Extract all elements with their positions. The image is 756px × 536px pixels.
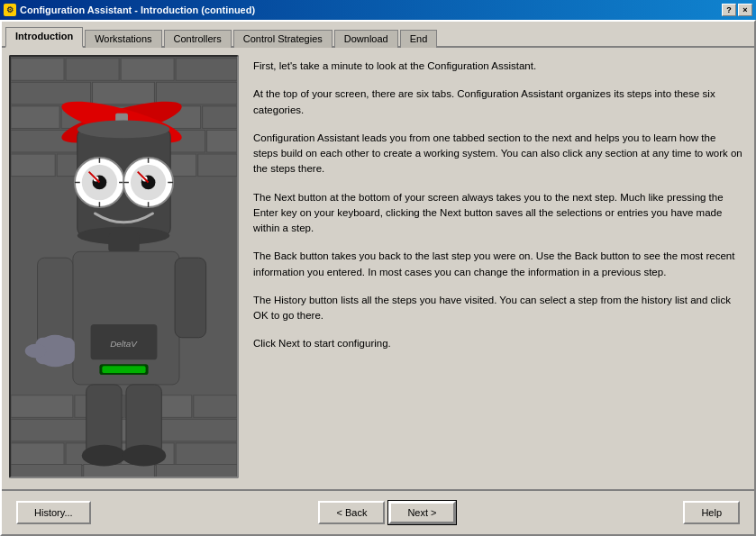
close-title-button[interactable]: ×	[738, 4, 752, 16]
svg-rect-68	[175, 258, 205, 338]
app-icon: ⚙	[4, 4, 16, 16]
svg-rect-30	[176, 443, 237, 466]
help-button[interactable]: Help	[683, 501, 740, 524]
content-area: DeltaV	[2, 48, 754, 489]
robot-svg: DeltaV	[11, 57, 237, 477]
svg-rect-1	[11, 59, 64, 81]
paragraph-7: Click Next to start configuring.	[253, 336, 743, 351]
tab-control-strategies[interactable]: Control Strategies	[233, 30, 332, 48]
text-panel: First, let's take a minute to look at th…	[250, 55, 747, 482]
svg-point-71	[82, 445, 126, 467]
tab-end[interactable]: End	[400, 30, 438, 48]
paragraph-3: Configuration Assistant leads you from o…	[253, 131, 743, 177]
svg-rect-63	[102, 366, 145, 373]
paragraph-6: The History button lists all the steps y…	[253, 293, 743, 324]
svg-rect-32	[84, 465, 155, 477]
svg-point-72	[122, 445, 166, 467]
paragraph-4: The Next button at the bottom of your sc…	[253, 190, 743, 237]
svg-rect-27	[11, 443, 64, 466]
svg-rect-8	[11, 106, 59, 129]
svg-rect-19	[198, 154, 237, 177]
svg-rect-11	[203, 106, 237, 129]
title-bar-buttons: ? ×	[722, 4, 752, 16]
svg-rect-16	[11, 154, 55, 177]
svg-rect-2	[66, 59, 119, 81]
svg-rect-15	[207, 130, 237, 152]
svg-rect-31	[11, 465, 82, 477]
paragraph-1: First, let's take a minute to look at th…	[253, 59, 743, 74]
next-button[interactable]: Next >	[388, 501, 455, 524]
svg-rect-5	[11, 82, 91, 104]
svg-rect-26	[156, 419, 237, 441]
tab-workstations[interactable]: Workstations	[85, 30, 161, 48]
tab-controllers[interactable]: Controllers	[164, 30, 232, 48]
title-bar: ⚙ Configuration Assistant - Introduction…	[0, 0, 756, 20]
main-window: Introduction Workstations Controllers Co…	[0, 20, 756, 536]
svg-text:DeltaV: DeltaV	[110, 339, 138, 349]
svg-rect-64	[38, 258, 73, 346]
paragraph-5: The Back button takes you back to the la…	[253, 249, 743, 280]
tab-introduction[interactable]: Introduction	[5, 27, 83, 48]
nav-buttons: < Back Next >	[318, 501, 455, 524]
svg-rect-33	[156, 465, 237, 477]
svg-rect-24	[11, 419, 91, 441]
svg-rect-6	[93, 82, 155, 104]
paragraph-2: At the top of your screen, there are six…	[253, 86, 743, 118]
svg-rect-58	[108, 234, 139, 252]
help-title-button[interactable]: ?	[722, 4, 736, 16]
back-button[interactable]: < Back	[318, 501, 385, 524]
history-button[interactable]: History...	[16, 501, 91, 524]
title-text: Configuration Assistant - Introduction (…	[20, 5, 255, 15]
svg-rect-20	[11, 395, 73, 418]
svg-rect-7	[156, 82, 237, 104]
tab-download[interactable]: Download	[334, 30, 398, 48]
tab-bar: Introduction Workstations Controllers Co…	[2, 22, 754, 48]
button-bar: History... < Back Next > Help	[2, 489, 754, 534]
svg-rect-3	[121, 59, 174, 81]
svg-rect-23	[194, 395, 237, 418]
robot-panel: DeltaV	[9, 55, 239, 478]
svg-rect-4	[176, 59, 237, 81]
svg-point-67	[25, 344, 47, 359]
svg-point-38	[77, 121, 169, 139]
